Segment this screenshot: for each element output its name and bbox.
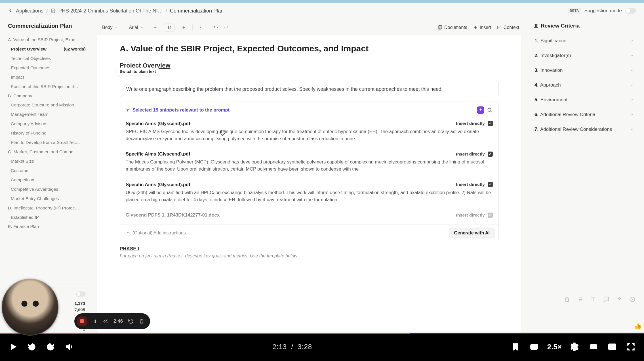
outline-item[interactable]: Company Advisors	[8, 119, 87, 129]
recorder-delete-icon[interactable]	[139, 318, 144, 324]
snippet-checkbox[interactable]: ✓	[488, 121, 493, 126]
recorder-rewind-icon[interactable]	[103, 318, 108, 324]
svg-rect-12	[537, 24, 538, 28]
section-heading: A. Value of the SBIR Project, Expected O…	[120, 43, 499, 54]
font-size-input[interactable]: 11	[164, 24, 175, 32]
style-select[interactable]: Body	[99, 24, 121, 31]
recorder-pause-icon[interactable]	[92, 318, 98, 324]
thumbs-up-icon[interactable]: 👍	[634, 322, 642, 330]
svg-rect-21	[612, 347, 615, 349]
outline-item[interactable]: Position of this SBIR Project in th…	[8, 82, 87, 91]
recorder-stop-button[interactable]	[77, 316, 87, 326]
outline-item[interactable]: Plan to Develop from a Small Tec…	[8, 138, 87, 147]
list-icon[interactable]	[577, 296, 583, 303]
snippet-checkbox[interactable]: ✓	[488, 152, 493, 157]
prompt-card[interactable]: Write one paragraph describing the probl…	[120, 80, 499, 98]
insert-button[interactable]: Insert	[473, 25, 491, 30]
snippet[interactable]: Specific Aims (Glyscend).pdf Insert dire…	[120, 117, 498, 147]
outline-item[interactable]: Expected Outcomes	[8, 63, 87, 73]
text-icon[interactable]	[590, 296, 596, 303]
playback-speed[interactable]: 2.5×	[547, 343, 562, 351]
subsection-heading: Project Overview	[120, 62, 499, 69]
outline-item[interactable]: B. Company	[8, 91, 87, 101]
outline-item[interactable]: Market Size	[8, 157, 87, 166]
more-menu-icon[interactable]	[198, 25, 203, 30]
pip-button[interactable]	[607, 341, 618, 352]
font-size-increase[interactable]: +	[180, 24, 187, 31]
breadcrumb-applications[interactable]: Applications	[16, 8, 43, 14]
outline-item[interactable]: Project Overview(62 words)	[8, 45, 87, 54]
outline-item[interactable]: Corporate Structure and Mission	[8, 100, 87, 110]
review-criterion[interactable]: 5. Environment	[533, 93, 635, 107]
theater-button[interactable]	[588, 341, 599, 352]
insert-directly-label[interactable]: Insert directly	[456, 182, 485, 187]
insert-directly-label[interactable]: Insert directly	[456, 121, 485, 126]
snippet-checkbox[interactable]: ✓	[488, 182, 493, 187]
outline-item[interactable]: History of Funding	[8, 129, 87, 138]
font-size-decrease[interactable]: −	[151, 24, 159, 31]
rewind-5-button[interactable]: 5	[26, 341, 37, 352]
generate-with-ai-button[interactable]: Generate with AI	[449, 228, 494, 238]
suggestion-mode-toggle[interactable]	[625, 8, 636, 14]
redo-button[interactable]	[224, 25, 229, 30]
breadcrumb-solicitation[interactable]: PHS 2024-2 Omnibus Solicitation Of The N…	[58, 8, 163, 14]
bookmark-button[interactable]	[510, 341, 521, 352]
undo-button[interactable]	[213, 25, 218, 30]
outline-item[interactable]: Customer	[8, 166, 87, 175]
insert-directly-label[interactable]: Insert directly	[456, 152, 485, 157]
outline-item[interactable]: Impact	[8, 73, 87, 82]
outline-item[interactable]: Market Entry Challenges	[8, 194, 87, 203]
svg-point-1	[200, 26, 201, 26]
font-select[interactable]: Arial	[126, 24, 146, 31]
chevron-down-icon	[630, 39, 634, 43]
snippet-checkbox[interactable]: ✓	[488, 213, 493, 218]
snippet-body: UOx (24h) will be quantified with an HPL…	[126, 189, 493, 203]
exclude-prompts-toggle[interactable]	[76, 291, 86, 297]
review-criterion[interactable]: 7. Additional Review Considerations	[533, 122, 635, 137]
snippet[interactable]: Specific Aims (Glyscend).pdf Insert dire…	[120, 147, 498, 178]
review-criterion[interactable]: 3. Innovation	[533, 63, 635, 78]
review-criterion[interactable]: 6. Additional Review Criteria	[533, 107, 635, 122]
insert-directly-label[interactable]: Insert directly	[456, 213, 485, 218]
add-instructions-input[interactable]: (Optional) Add instructions…	[126, 230, 190, 236]
review-criterion[interactable]: 2. Investigator(s)	[533, 48, 635, 63]
context-button[interactable]: Context	[497, 25, 519, 30]
outline-item[interactable]: E. Finance Plan	[8, 222, 87, 231]
trash-icon[interactable]	[564, 296, 570, 303]
outline-item[interactable]: Competition	[8, 175, 87, 185]
switch-plain-text-button[interactable]: Switch to plain text	[117, 68, 159, 75]
chevron-down-icon	[630, 54, 634, 58]
settings-button[interactable]	[569, 341, 580, 352]
recorder-restart-icon[interactable]	[128, 318, 134, 324]
snippet-search-icon[interactable]	[487, 107, 493, 113]
video-progress-bar[interactable]	[0, 333, 644, 334]
documents-button[interactable]: Documents	[437, 25, 467, 30]
outline-item[interactable]: Technical Objectives	[8, 54, 87, 63]
back-icon[interactable]	[8, 8, 13, 13]
review-criterion[interactable]: 1. Significance	[533, 33, 635, 48]
review-criterion[interactable]: 4. Approach	[533, 78, 635, 93]
outline-item[interactable]: Competitive Advantages	[8, 185, 87, 194]
ai-icon[interactable]	[477, 106, 484, 114]
play-button[interactable]	[7, 341, 19, 352]
review-criteria-title: Review Criteria	[541, 23, 580, 29]
outline-item[interactable]: C. Market, Customer, and Compet…	[8, 147, 87, 157]
fullscreen-button[interactable]	[625, 341, 637, 352]
snippet[interactable]: Glyscend PDFS 1. 1R43DK142277-01.docx In…	[120, 208, 498, 224]
captions-button[interactable]: CC	[529, 341, 540, 352]
editor-toolbar: Body Arial − 11 +	[97, 19, 521, 35]
outline-item[interactable]: Established IP	[8, 213, 87, 222]
snippet-panel: Selected 15 snippets relevant to the pro…	[120, 102, 499, 242]
help-icon[interactable]	[629, 296, 635, 303]
breadcrumb-current: Commercialization Plan	[170, 8, 224, 14]
outline-item[interactable]: D. Intellectual Property (IP) Protec…	[8, 203, 87, 213]
sparkle-tool-icon[interactable]	[616, 296, 622, 303]
forward-5-button[interactable]: 5	[45, 341, 56, 352]
volume-button[interactable]	[64, 341, 75, 352]
snippet-filename: Glyscend PDFS 1. 1R43DK142277-01.docx	[126, 212, 220, 218]
outline-item[interactable]: A. Value of the SBIR Project, Expe…	[8, 35, 87, 45]
snippet[interactable]: Specific Aims (Glyscend).pdf Insert dire…	[120, 178, 498, 208]
comment-icon[interactable]	[603, 296, 609, 303]
outline-item[interactable]: Management Team	[8, 110, 87, 119]
svg-point-9	[488, 108, 491, 111]
